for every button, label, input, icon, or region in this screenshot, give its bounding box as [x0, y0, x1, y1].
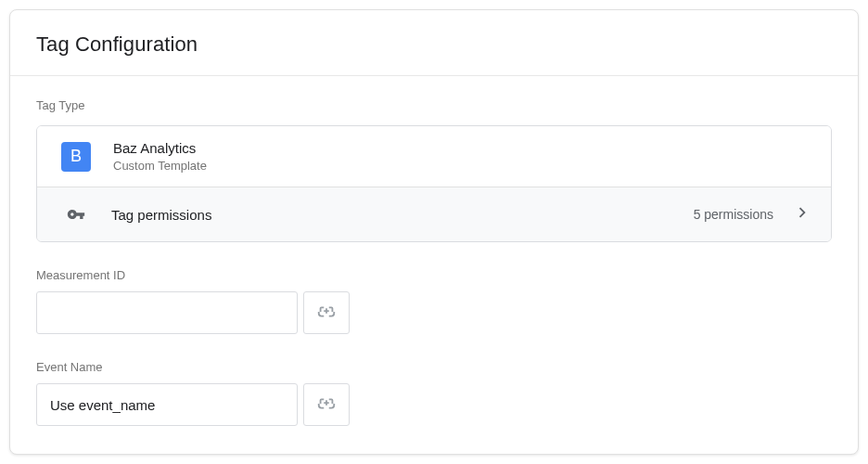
tag-type-box: B Baz Analytics Custom Template Tag perm…: [36, 125, 832, 242]
variable-icon: [316, 393, 337, 417]
tag-logo-letter: B: [70, 147, 82, 166]
variable-icon: [316, 302, 337, 325]
tag-name: Baz Analytics: [113, 139, 809, 158]
measurement-id-input[interactable]: [36, 291, 298, 334]
event-name-input[interactable]: [36, 383, 298, 426]
key-icon: [61, 205, 91, 224]
tag-logo-icon: B: [61, 142, 91, 172]
measurement-id-group: Measurement ID: [36, 268, 832, 334]
tag-configuration-panel: Tag Configuration Tag Type B Baz Analyti…: [9, 9, 859, 455]
measurement-id-row: [36, 291, 832, 334]
tag-info: Baz Analytics Custom Template: [113, 139, 809, 174]
tag-subtitle: Custom Template: [113, 159, 809, 174]
panel-header: Tag Configuration: [10, 10, 858, 76]
panel-title: Tag Configuration: [36, 32, 832, 57]
event-name-variable-button[interactable]: [303, 383, 350, 426]
measurement-id-variable-button[interactable]: [303, 291, 350, 334]
chevron-right-icon: [792, 202, 812, 226]
permissions-count: 5 permissions: [694, 207, 773, 222]
event-name-label: Event Name: [36, 360, 832, 374]
tag-permissions-row[interactable]: Tag permissions 5 permissions: [37, 187, 831, 241]
event-name-group: Event Name: [36, 360, 832, 426]
permissions-label: Tag permissions: [111, 207, 694, 223]
tag-type-row[interactable]: B Baz Analytics Custom Template: [37, 126, 831, 187]
measurement-id-label: Measurement ID: [36, 268, 832, 282]
tag-type-label: Tag Type: [36, 98, 832, 112]
panel-body: Tag Type B Baz Analytics Custom Template…: [10, 76, 858, 454]
event-name-row: [36, 383, 832, 426]
